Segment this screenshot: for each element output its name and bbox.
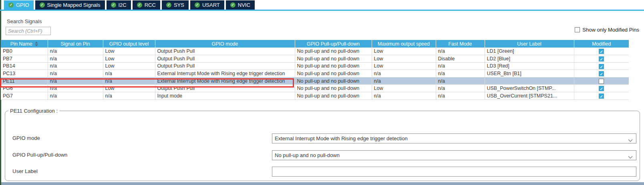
cell-modified: ✓ [574, 85, 629, 92]
cell-label: LD2 [Blue] [485, 55, 574, 63]
column-header-label: User Label [517, 41, 541, 47]
column-header-pin-name[interactable]: Pin Name [1, 40, 48, 48]
modified-checkbox[interactable]: ✓ [599, 86, 604, 91]
cell-speed: n/a [372, 77, 436, 85]
cell-fast: n/a [436, 77, 485, 85]
cell-pull: No pull-up and no pull-down [295, 85, 372, 92]
tab-single-mapped-signals[interactable]: ✓Single Mapped Signals [35, 0, 105, 10]
column-header-signal-on-pin: Signal on Pin [48, 40, 103, 48]
gpio-mode-select[interactable]: External Interrupt Mode with Rising edge… [272, 133, 636, 143]
search-input[interactable] [6, 27, 51, 35]
column-header-label: GPIO output level [109, 41, 149, 47]
cell-fast: n/a [436, 85, 485, 92]
cell-label: LD1 [Green] [485, 48, 574, 55]
table-row-pc13[interactable]: PC13n/an/aExternal Interrupt Mode with R… [1, 70, 629, 78]
sort-desc-arrow [35, 44, 38, 46]
cell-label: USB_OverCurrent [STMPS21... [485, 92, 574, 100]
tab-label: SYS [174, 2, 184, 8]
modified-checkbox[interactable] [599, 79, 604, 84]
column-header-label: Maximum output speed [378, 41, 430, 47]
gpio-configuration-panel: ✓GPIO✓Single Mapped Signals✓I2C✓RCC✓SYS✓… [0, 0, 644, 185]
cell-modified: ✓ [574, 92, 629, 100]
cell-modified: ✓ [574, 48, 629, 55]
table-row-pb0[interactable]: PB0n/aLowOutput Push PullNo pull-up and … [1, 48, 629, 55]
table-row-pb14[interactable]: PB14n/aLowOutput Push PullNo pull-up and… [1, 62, 629, 70]
cell-mode: Input mode [155, 92, 295, 100]
cell-pull: No pull-up and no pull-down [295, 55, 372, 63]
cell-level: n/a [103, 92, 155, 100]
cell-fast: n/a [436, 70, 485, 78]
gpio-pull-up-pull-down-control: No pull-up and no pull-down [272, 150, 636, 160]
table-row-pe11[interactable]: PE11n/an/aExternal Interrupt Mode with R… [1, 77, 629, 85]
table-row-pg6[interactable]: PG6n/aLowOutput Push PullNo pull-up and … [1, 85, 629, 92]
show-only-modified-label: Show only Modified Pins [582, 27, 639, 33]
table-row-pb7[interactable]: PB7n/aLowOutput Push PullNo pull-up and … [1, 55, 629, 63]
column-header-gpio-output-level: GPIO output level [103, 40, 155, 48]
cell-signal: n/a [48, 92, 103, 100]
cell-pin: PB7 [1, 55, 48, 63]
show-only-modified-checkbox[interactable] [575, 27, 580, 32]
tab-label: I2C [119, 2, 127, 8]
tab-gpio[interactable]: ✓GPIO [4, 0, 34, 10]
user-label-label: User Label [12, 168, 38, 174]
cell-signal: n/a [48, 55, 103, 63]
cell-pin: PG7 [1, 92, 48, 100]
tab-nvic[interactable]: ✓NVIC [226, 0, 255, 10]
cell-level: n/a [103, 70, 155, 78]
cell-level: n/a [103, 77, 155, 85]
cell-pin: PB0 [1, 48, 48, 55]
cell-pin: PE11 [1, 77, 48, 85]
check-circle-icon: ✓ [8, 2, 14, 8]
column-header-gpio-mode: GPIO mode [155, 40, 295, 48]
cell-mode: Output Push Pull [155, 48, 295, 55]
column-header-label: Fast Mode [448, 41, 472, 47]
cell-mode: Output Push Pull [155, 62, 295, 70]
column-header-label: GPIO mode [212, 41, 238, 47]
column-header-user-label: User Label [485, 40, 574, 48]
cell-pull: No pull-up and no pull-down [295, 62, 372, 70]
column-header-maximum-output-speed: Maximum output speed [372, 40, 436, 48]
show-only-modified-filter[interactable]: Show only Modified Pins [575, 27, 639, 33]
table-header-row: Pin NameSignal on PinGPIO output levelGP… [1, 40, 629, 48]
cell-level: Low [103, 62, 155, 70]
cell-modified: ✓ [574, 55, 629, 63]
selected-value: No pull-up and no pull-down [275, 152, 340, 158]
tab-rcc[interactable]: ✓RCC [133, 0, 160, 10]
sort-icon[interactable] [35, 42, 38, 46]
tab-label: RCC [145, 2, 156, 8]
modified-checkbox[interactable]: ✓ [599, 56, 604, 62]
user-label-input[interactable] [272, 167, 636, 177]
cell-pull: No pull-up and no pull-down [295, 70, 372, 78]
cell-speed: Low [372, 55, 436, 63]
bottom-pane-edge [1, 182, 644, 185]
cell-mode: External Interrupt Mode with Rising edge… [155, 77, 295, 85]
column-header-label: Modified [592, 41, 611, 47]
gpio-pull-up-pull-down-label: GPIO Pull-up/Pull-down [12, 152, 67, 158]
column-header-fast-mode: Fast Mode [436, 40, 485, 48]
modified-checkbox[interactable]: ✓ [599, 71, 604, 76]
tab-i2c[interactable]: ✓I2C [107, 0, 131, 10]
tab-bar: ✓GPIO✓Single Mapped Signals✓I2C✓RCC✓SYS✓… [4, 0, 255, 10]
cell-fast: n/a [436, 48, 485, 55]
gpio-pins-table: Pin NameSignal on PinGPIO output levelGP… [1, 40, 629, 100]
user-label-control [272, 167, 636, 177]
cell-modified: ✓ [574, 62, 629, 70]
cell-mode: Output Push Pull [155, 55, 295, 63]
tab-label: USART [202, 2, 220, 8]
gpio-pull-up-pull-down-select[interactable]: No pull-up and no pull-down [272, 150, 636, 160]
cell-modified [574, 77, 629, 85]
chevron-down-icon [628, 137, 633, 141]
tab-usart[interactable]: ✓USART [190, 0, 224, 10]
modified-checkbox[interactable]: ✓ [599, 93, 604, 99]
modified-checkbox[interactable]: ✓ [599, 49, 604, 54]
cell-level: Low [103, 85, 155, 92]
cell-speed: n/a [372, 70, 436, 78]
cell-pull: No pull-up and no pull-down [295, 77, 372, 85]
table-row-pg7[interactable]: PG7n/an/aInput modeNo pull-up and no pul… [1, 92, 629, 100]
sort-asc-arrow [35, 42, 38, 44]
check-circle-icon: ✓ [137, 2, 142, 8]
search-signals-label: Search Signals [7, 18, 42, 24]
tab-sys[interactable]: ✓SYS [162, 0, 189, 10]
cell-label: USB_PowerSwitchOn [STMP... [485, 85, 574, 92]
modified-checkbox[interactable]: ✓ [599, 64, 604, 69]
